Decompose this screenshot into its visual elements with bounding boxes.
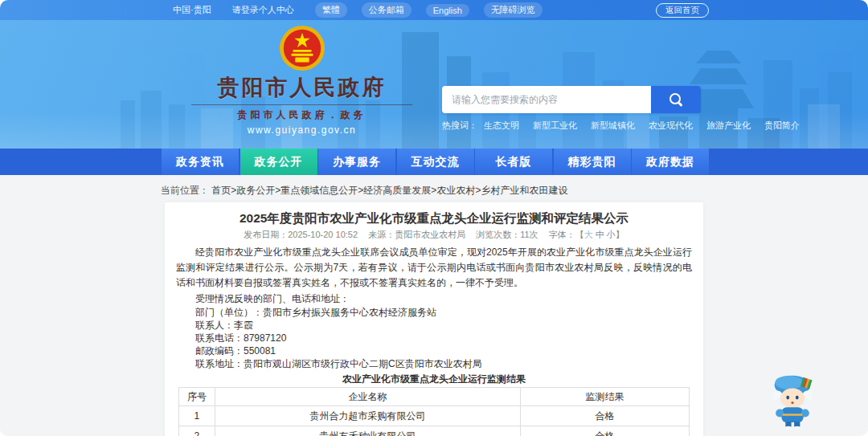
article-title: 2025年度贵阳市农业产业化市级重点龙头企业运行监测和评定结果公示	[176, 210, 692, 226]
contact-intro-line: 受理情况反映的部门、电话和地址：	[176, 292, 692, 306]
nav-item-hudongjiaoliu[interactable]: 互动交流	[397, 149, 474, 175]
table-row: 2 贵州友禾种业有限公司 合格	[179, 426, 690, 436]
hot-word-link[interactable]: 新型工业化	[533, 120, 577, 132]
page: 中国·贵阳 请登录个人中心 繁體 公务邮箱 English 无障碍浏览 返回首页	[0, 0, 868, 436]
contact-department-line: 部门（单位）：贵阳市乡村振兴服务中心农村经济服务站	[176, 306, 692, 319]
cell-result: 合格	[521, 406, 689, 426]
font-size-label: 字体：【	[549, 230, 584, 239]
views-value: 11次	[520, 230, 538, 239]
contact-postcode-line: 邮政编码：550081	[176, 344, 692, 357]
font-size-medium-button[interactable]: 中	[596, 230, 604, 239]
table-header-row: 序号 企业名称 监测结果	[179, 388, 690, 406]
article-card: 2025年度贵阳市农业产业化市级重点龙头企业运行监测和评定结果公示 发布日期：2…	[165, 202, 703, 436]
nav-item-zhengwuzixun[interactable]: 政务资讯	[162, 149, 239, 175]
breadcrumb: 当前位置： 首页>政务公开>重点领域信息公开>经济高质量发展>农业农村>乡村产业…	[0, 175, 868, 198]
traditional-chinese-link[interactable]: 繁體	[315, 2, 347, 18]
article-body: 经贵阳市农业产业化市级重点龙头企业联席会议成员单位审定，现对2025年开展的农业…	[176, 245, 692, 436]
cell-company: 贵州合力超市采购有限公司	[215, 406, 521, 426]
hot-search-row: 热搜词： 生态文明 新型工业化 新型城镇化 农业现代化 旅游产业化 贵阳简介	[442, 120, 701, 132]
contact-person-line: 联系人：李霞	[176, 319, 692, 332]
search-button[interactable]	[651, 86, 701, 113]
views-label: 浏览次数：	[476, 230, 520, 239]
publish-date: 2025-10-20 10:52	[288, 230, 358, 239]
contact-phone-line: 联系电话：87987120	[176, 332, 692, 344]
hot-search-label: 热搜词：	[442, 120, 477, 132]
site-subtitle: 贵阳市人民政府．政务	[191, 104, 412, 122]
search-icon	[669, 92, 683, 107]
cell-result: 合格	[521, 426, 689, 436]
table-row: 1 贵州合力超市采购有限公司 合格	[179, 406, 690, 426]
hot-word-link[interactable]: 生态文明	[484, 120, 519, 132]
header-cell-result: 监测结果	[521, 388, 689, 406]
nav-item-jingcaiguiyang[interactable]: 精彩贵阳	[554, 149, 631, 175]
hot-word-link[interactable]: 贵阳简介	[764, 120, 800, 132]
site-title: 贵阳市人民政府	[191, 73, 412, 102]
contact-address-line: 联系地址：贵阳市观山湖区市级行政中心二期C区贵阳市农业农村局	[176, 357, 692, 370]
top-utility-bar: 中国·贵阳 请登录个人中心 繁體 公务邮箱 English 无障碍浏览 返回首页	[0, 0, 868, 20]
font-size-close-bracket: 】	[616, 230, 624, 239]
content-area: 当前位置： 首页>政务公开>重点领域信息公开>经济高质量发展>农业农村>乡村产业…	[0, 175, 868, 436]
breadcrumb-label: 当前位置：	[161, 185, 209, 196]
table-caption: 农业产业化市级重点龙头企业运行监测结果	[176, 373, 692, 385]
accessibility-link[interactable]: 无障碍浏览	[484, 2, 542, 18]
font-size-small-button[interactable]: 小	[607, 230, 616, 239]
site-url: www.guiyang.gov.cn	[191, 124, 412, 136]
nav-item-banshifuwu[interactable]: 办事服务	[318, 149, 395, 175]
return-home-button[interactable]: 返回首页	[656, 3, 709, 18]
site-logo[interactable]: 贵阳市人民政府 贵阳市人民政府．政务 www.guiyang.gov.cn	[191, 25, 412, 136]
publish-date-label: 发布日期：	[244, 230, 288, 239]
region-link[interactable]: 中国·贵阳	[173, 4, 211, 16]
hot-word-link[interactable]: 旅游产业化	[706, 120, 751, 132]
search-input[interactable]	[442, 86, 651, 113]
hot-word-link[interactable]: 新型城镇化	[591, 120, 635, 132]
main-navigation: 政务资讯 政务公开 办事服务 互动交流 长者版 精彩贵阳 政府数据	[0, 149, 868, 175]
english-link[interactable]: English	[426, 4, 469, 17]
header-cell-index: 序号	[179, 388, 215, 406]
cell-index: 2	[179, 426, 215, 436]
cell-index: 1	[179, 406, 215, 426]
official-mail-link[interactable]: 公务邮箱	[362, 2, 411, 18]
search-area: 热搜词： 生态文明 新型工业化 新型城镇化 农业现代化 旅游产业化 贵阳简介	[442, 86, 701, 132]
nav-item-zhengfushuju[interactable]: 政府数据	[632, 149, 709, 175]
header-banner: 贵阳市人民政府 贵阳市人民政府．政务 www.guiyang.gov.cn 热搜…	[0, 20, 868, 149]
national-emblem-icon	[279, 25, 326, 71]
breadcrumb-path[interactable]: 首页>政务公开>重点领域信息公开>经济高质量发展>农业农村>乡村产业和农田建设	[211, 185, 567, 196]
mascot-figure[interactable]	[764, 367, 821, 433]
monitor-result-table: 序号 企业名称 监测结果 1 贵州合力超市采购有限公司 合格 2	[178, 387, 690, 436]
cell-company: 贵州友禾种业有限公司	[215, 426, 521, 436]
nav-item-zhengwugongkai[interactable]: 政务公开	[240, 149, 317, 175]
article-meta: 发布日期：2025-10-20 10:52 来源：贵阳市农业农村局 浏览次数：1…	[176, 230, 692, 240]
hot-word-link[interactable]: 农业现代化	[649, 120, 693, 132]
intro-paragraph: 经贵阳市农业产业化市级重点龙头企业联席会议成员单位审定，现对2025年开展的农业…	[176, 245, 692, 291]
nav-item-zhangzheban[interactable]: 长者版	[475, 149, 552, 175]
header-cell-company: 企业名称	[215, 388, 521, 406]
login-personal-center-link[interactable]: 请登录个人中心	[232, 4, 294, 16]
font-size-large-button[interactable]: 大	[584, 230, 593, 239]
source-label: 来源：	[368, 230, 395, 239]
source-value: 贵阳市农业农村局	[395, 230, 465, 239]
